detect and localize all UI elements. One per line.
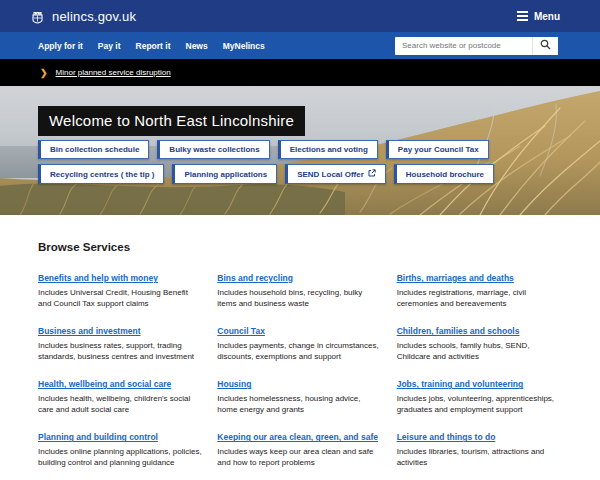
service-desc: Includes Universal Credit, Housing Benef… [38, 288, 203, 309]
service-link[interactable]: Council Tax [217, 326, 265, 336]
service-link[interactable]: Births, marriages and deaths [397, 273, 514, 283]
service-business: Business and investment Includes busines… [38, 320, 203, 362]
service-desc: Includes household bins, recycling, bulk… [217, 288, 382, 309]
site-logo[interactable]: nelincs.gov.uk [30, 9, 136, 24]
hamburger-icon [517, 11, 528, 21]
service-desc: Includes health, wellbeing, children's s… [38, 394, 203, 415]
quick-link-send-local-offer[interactable]: SEND Local Offer [285, 164, 386, 184]
service-link[interactable]: Bins and recycling [217, 273, 293, 283]
service-link[interactable]: Planning and building control [38, 432, 158, 442]
site-name: nelincs.gov.uk [52, 9, 136, 24]
services-column-1: Benefits and help with money Includes Un… [38, 267, 203, 480]
council-crest-icon [30, 9, 45, 24]
service-link[interactable]: Leisure and things to do [397, 432, 496, 442]
menu-label: Menu [534, 11, 560, 22]
service-desc: Includes online planning applications, p… [38, 447, 203, 468]
search-icon [540, 38, 551, 53]
service-children-families: Children, families and schools Includes … [397, 320, 562, 362]
main-content: Browse Services Benefits and help with m… [0, 215, 600, 480]
service-benefits: Benefits and help with money Includes Un… [38, 267, 203, 309]
services-heading: Browse Services [38, 241, 562, 253]
quick-link-recycling-centres[interactable]: Recycling centres ( the tip ) [38, 164, 164, 184]
quick-link-pay-your-council-tax[interactable]: Pay your Council Tax [386, 140, 489, 159]
external-link-icon [368, 169, 376, 179]
quick-link-planning-applications[interactable]: Planning applications [172, 164, 277, 184]
primary-navbar: Apply for it Pay it Report it News MyNel… [0, 32, 600, 59]
service-desc: Includes payments, change in circumstanc… [217, 341, 382, 362]
services-column-3: Births, marriages and deaths Includes re… [397, 267, 562, 480]
service-housing: Housing Includes homelessness, housing a… [217, 373, 382, 415]
service-clean-green-safe: Keeping our area clean, green, and safe … [217, 426, 382, 468]
service-disruption-banner[interactable]: ❯ Minor planned service disruption [0, 59, 600, 86]
service-planning: Planning and building control Includes o… [38, 426, 203, 468]
search-input[interactable] [395, 37, 532, 55]
service-link[interactable]: Benefits and help with money [38, 273, 158, 283]
service-link[interactable]: Business and investment [38, 326, 141, 336]
service-desc: Includes libraries, tourism, attractions… [397, 447, 562, 468]
service-desc: Includes business rates, support, tradin… [38, 341, 203, 362]
quick-link-elections-and-voting[interactable]: Elections and voting [278, 140, 378, 159]
service-link[interactable]: Housing [217, 379, 251, 389]
search-box [395, 37, 558, 55]
chevron-right-icon: ❯ [40, 68, 48, 78]
nav-item-news[interactable]: News [186, 41, 208, 51]
hero-banner: Welcome to North East Lincolnshire Bin c… [0, 86, 600, 215]
service-bins: Bins and recycling Includes household bi… [217, 267, 382, 309]
service-births-marriages: Births, marriages and deaths Includes re… [397, 267, 562, 309]
nav-item-mynelincs[interactable]: MyNelincs [223, 41, 265, 51]
service-council-tax: Council Tax Includes payments, change in… [217, 320, 382, 362]
service-desc: Includes schools, family hubs, SEND, Chi… [397, 341, 562, 362]
quick-link-bin-collection-schedule[interactable]: Bin collection schedule [38, 140, 149, 159]
nav-item-report-it[interactable]: Report it [136, 41, 171, 51]
nav-links: Apply for it Pay it Report it News MyNel… [38, 41, 265, 51]
disruption-link[interactable]: Minor planned service disruption [56, 68, 171, 77]
service-jobs-training: Jobs, training and volunteering Includes… [397, 373, 562, 415]
service-desc: Includes jobs, volunteering, apprentices… [397, 394, 562, 415]
hero-quick-links: Bin collection schedule Bulky waste coll… [38, 140, 494, 184]
hero-title: Welcome to North East Lincolnshire [38, 106, 305, 136]
service-link[interactable]: Keeping our area clean, green, and safe [217, 432, 378, 442]
services-column-2: Bins and recycling Includes household bi… [217, 267, 382, 480]
service-health: Health, wellbeing and social care Includ… [38, 373, 203, 415]
search-button[interactable] [532, 37, 558, 55]
nav-item-pay-it[interactable]: Pay it [98, 41, 121, 51]
top-header-bar: nelincs.gov.uk Menu [0, 0, 600, 32]
nav-item-apply-for-it[interactable]: Apply for it [38, 41, 83, 51]
services-grid: Benefits and help with money Includes Un… [38, 267, 562, 480]
quick-link-bulky-waste-collections[interactable]: Bulky waste collections [157, 140, 269, 159]
service-link[interactable]: Jobs, training and volunteering [397, 379, 524, 389]
service-desc: Includes homelessness, housing advice, h… [217, 394, 382, 415]
menu-button[interactable]: Menu [517, 11, 560, 22]
service-link[interactable]: Health, wellbeing and social care [38, 379, 171, 389]
quick-link-household-brochure[interactable]: Household brochure [394, 164, 494, 184]
service-link[interactable]: Children, families and schools [397, 326, 520, 336]
service-leisure: Leisure and things to do Includes librar… [397, 426, 562, 468]
service-desc: Includes registrations, marriage, civil … [397, 288, 562, 309]
service-desc: Includes ways keep our area clean and sa… [217, 447, 382, 468]
